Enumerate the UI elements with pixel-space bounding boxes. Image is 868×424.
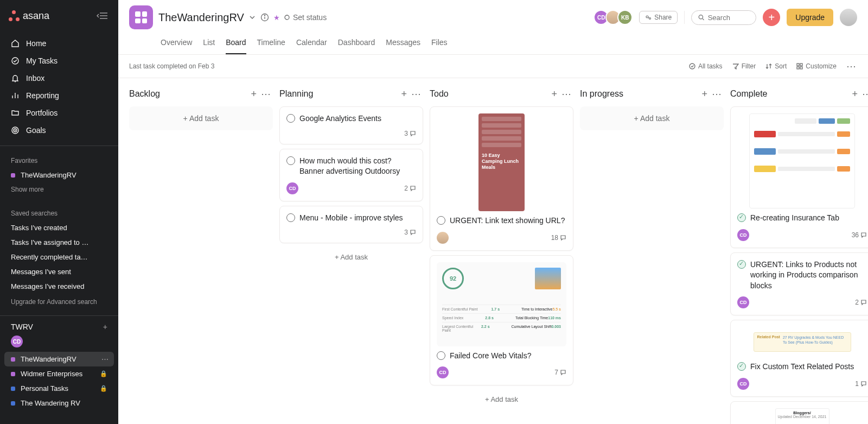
task-card[interactable]: URGENT: Links to Products not working in… xyxy=(730,252,868,316)
comment-count[interactable]: 18 xyxy=(551,234,566,242)
saved-search-item[interactable]: Tasks I've created xyxy=(0,220,118,235)
member-avatar[interactable]: KB xyxy=(617,10,633,25)
column-title[interactable]: In progress xyxy=(580,89,699,99)
upgrade-button[interactable]: Upgrade xyxy=(787,9,833,26)
column-more-button[interactable]: ⋯ xyxy=(259,88,273,100)
task-card[interactable]: Bloggers/Updated December 14, 2021 xyxy=(730,401,868,424)
nav-item-goals[interactable]: Goals xyxy=(0,122,118,139)
info-icon[interactable] xyxy=(260,13,269,22)
tab-dashboard[interactable]: Dashboard xyxy=(338,33,375,54)
add-task-button[interactable]: + Add task xyxy=(580,106,724,130)
project-item[interactable]: Personal Tasks🔒 xyxy=(0,381,118,396)
complete-checkbox[interactable] xyxy=(286,213,295,222)
project-item[interactable]: TheWanderingRV⋯ xyxy=(4,352,114,366)
project-icon[interactable] xyxy=(129,5,153,29)
comment-count[interactable]: 36 xyxy=(852,231,867,239)
saved-search-item[interactable]: Tasks I've assigned to … xyxy=(0,235,118,250)
task-card[interactable]: Google Analytics Events3 xyxy=(279,106,423,144)
task-card[interactable]: Related Post27 RV Upgrades & Mods You NE… xyxy=(730,320,868,397)
complete-checkbox[interactable] xyxy=(286,114,295,123)
nav-item-my-tasks[interactable]: My Tasks xyxy=(0,52,118,69)
column-add-button[interactable]: + xyxy=(248,88,259,100)
project-item[interactable]: Widmer Enterprises🔒 xyxy=(0,366,118,381)
nav-item-home[interactable]: Home xyxy=(0,35,118,52)
nav-item-inbox[interactable]: Inbox xyxy=(0,69,118,87)
tab-timeline[interactable]: Timeline xyxy=(257,33,285,54)
column-title[interactable]: Planning xyxy=(279,89,399,99)
task-card[interactable]: How much would this cost? Banner adverti… xyxy=(279,149,423,201)
global-add-button[interactable]: + xyxy=(763,9,780,26)
upgrade-advanced-search[interactable]: Upgrade for Advanced search xyxy=(0,294,118,310)
add-task-button[interactable]: + Add task xyxy=(129,106,273,130)
nav-item-portfolios[interactable]: Portfolios xyxy=(0,104,118,122)
filter-button[interactable]: Filter xyxy=(732,62,756,70)
tab-list[interactable]: List xyxy=(203,33,215,54)
board-more-button[interactable]: ⋯ xyxy=(846,60,857,72)
tab-calendar[interactable]: Calendar xyxy=(296,33,327,54)
project-title[interactable]: TheWanderingRV xyxy=(158,11,244,24)
assignee-avatar[interactable]: CD xyxy=(437,366,449,378)
collapse-sidebar-button[interactable] xyxy=(94,10,110,22)
column-add-button[interactable]: + xyxy=(850,88,860,100)
sort-button[interactable]: Sort xyxy=(765,62,787,70)
assignee-avatar[interactable]: CD xyxy=(737,378,749,390)
add-task-button[interactable]: + Add task xyxy=(279,248,423,267)
task-card[interactable]: 92First Contentful Paint1.7 sTime to Int… xyxy=(430,255,573,386)
task-card[interactable]: Menu - Mobile - improve styles3 xyxy=(279,206,423,244)
set-status-button[interactable]: Set status xyxy=(284,13,327,22)
task-card[interactable]: Re-creating Insurance TabCD36 xyxy=(730,106,868,248)
team-name[interactable]: TWRV xyxy=(11,322,33,331)
add-project-button[interactable]: + xyxy=(103,322,107,331)
star-icon[interactable]: ★ xyxy=(273,14,280,22)
team-avatar[interactable]: CD xyxy=(11,336,23,347)
comment-count[interactable]: 7 xyxy=(554,369,566,376)
share-button[interactable]: Share xyxy=(639,11,678,24)
assignee-avatar[interactable] xyxy=(437,232,449,244)
customize-button[interactable]: Customize xyxy=(796,62,837,70)
complete-checkbox[interactable] xyxy=(437,216,445,225)
comment-count[interactable]: 3 xyxy=(404,130,416,137)
column-more-button[interactable]: ⋯ xyxy=(409,88,423,100)
project-item[interactable]: The Wandering RV xyxy=(0,396,118,410)
column-more-button[interactable]: ⋯ xyxy=(710,88,724,100)
project-more-icon[interactable]: ⋯ xyxy=(101,355,108,363)
comment-count[interactable]: 2 xyxy=(404,185,416,192)
column-title[interactable]: Backlog xyxy=(129,89,248,99)
tab-overview[interactable]: Overview xyxy=(161,33,192,54)
assignee-avatar[interactable]: CD xyxy=(737,229,749,241)
comment-count[interactable]: 2 xyxy=(855,299,867,306)
saved-search-item[interactable]: Messages I've sent xyxy=(0,264,118,279)
user-avatar[interactable] xyxy=(840,9,857,26)
project-dropdown-chevron[interactable] xyxy=(248,14,256,21)
complete-checkbox[interactable] xyxy=(737,260,746,269)
saved-search-item[interactable]: Recently completed ta… xyxy=(0,250,118,264)
logo[interactable]: asana xyxy=(9,10,94,22)
project-members[interactable]: CDKB xyxy=(597,10,633,25)
tab-board[interactable]: Board xyxy=(226,33,246,54)
comment-count[interactable]: 3 xyxy=(404,229,416,236)
column-add-button[interactable]: + xyxy=(699,88,710,100)
tab-messages[interactable]: Messages xyxy=(386,33,420,54)
complete-checkbox[interactable] xyxy=(286,156,295,165)
assignee-avatar[interactable]: CD xyxy=(286,182,298,194)
complete-checkbox[interactable] xyxy=(737,362,746,371)
saved-search-item[interactable]: Messages I've received xyxy=(0,279,118,294)
column-title[interactable]: Todo xyxy=(430,89,549,99)
column-more-button[interactable]: ⋯ xyxy=(860,88,868,100)
show-more-favorites[interactable]: Show more xyxy=(0,182,118,197)
column-more-button[interactable]: ⋯ xyxy=(559,88,573,100)
comment-count[interactable]: 1 xyxy=(855,380,867,388)
column-add-button[interactable]: + xyxy=(549,88,559,100)
task-card[interactable]: 10 Easy Camping Lunch MealsURGENT: Link … xyxy=(430,106,573,251)
nav-item-reporting[interactable]: Reporting xyxy=(0,87,118,104)
column-title[interactable]: Complete xyxy=(730,89,850,99)
search-box[interactable] xyxy=(691,10,756,25)
tab-files[interactable]: Files xyxy=(431,33,448,54)
favorite-item[interactable]: TheWanderingRV xyxy=(0,168,118,182)
add-task-button[interactable]: + Add task xyxy=(430,390,573,409)
search-input[interactable] xyxy=(708,14,750,22)
assignee-avatar[interactable]: CD xyxy=(737,296,749,308)
column-add-button[interactable]: + xyxy=(399,88,409,100)
all-tasks-button[interactable]: All tasks xyxy=(689,62,723,70)
complete-checkbox[interactable] xyxy=(437,351,445,360)
